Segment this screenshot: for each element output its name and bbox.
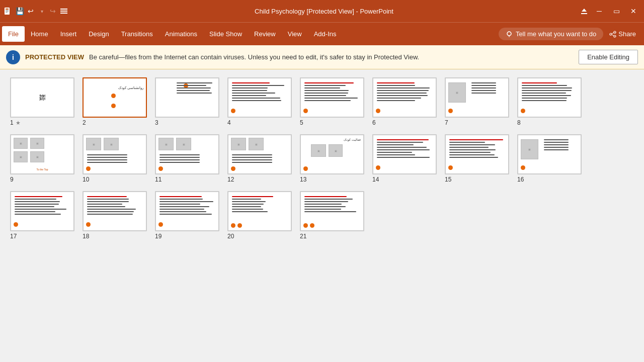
menu-home[interactable]: Home: [25, 26, 54, 42]
share-icon: [609, 31, 616, 38]
slide-item[interactable]: 18: [83, 191, 147, 240]
slide-item[interactable]: 15: [445, 134, 509, 183]
slide-thumbnail[interactable]: [227, 77, 292, 118]
slide-item[interactable]: ▣▣11: [155, 134, 219, 183]
protected-message: Be careful—files from the Internet can c…: [89, 53, 574, 61]
slide-item[interactable]: 4: [227, 77, 292, 126]
slide-thumbnail[interactable]: ▣: [517, 134, 582, 174]
slide-footer: 2: [83, 119, 86, 126]
slide-thumbnail[interactable]: [372, 77, 437, 118]
slide-footer: 9: [10, 176, 14, 183]
maximize-button[interactable]: ▭: [610, 5, 623, 18]
slide-thumbnail[interactable]: ▣▣: [155, 134, 219, 174]
slide-footer: 21: [300, 233, 306, 240]
slide-number: 8: [517, 119, 521, 126]
slide-item[interactable]: 3: [155, 77, 219, 126]
minimize-button[interactable]: ─: [593, 5, 606, 18]
slide-thumbnail[interactable]: [372, 134, 437, 174]
slide-number: 18: [83, 233, 89, 240]
slide-footer: 19: [155, 233, 162, 240]
slide-number: 10: [83, 176, 89, 183]
slide-thumbnail[interactable]: [155, 77, 219, 118]
slide-footer: 1★: [10, 119, 21, 126]
slide-thumbnail[interactable]: [227, 191, 292, 231]
slide-thumbnail[interactable]: روانشناسی کودک: [83, 77, 147, 118]
slide-number: 15: [445, 176, 451, 183]
slide-footer: 7: [445, 119, 448, 126]
menu-slideshow[interactable]: Slide Show: [203, 26, 248, 42]
slide-thumbnail[interactable]: [300, 191, 364, 231]
slide-item[interactable]: فعالیت کودک▣▣13: [300, 134, 364, 183]
slide-item[interactable]: ▣▣12: [227, 134, 292, 183]
slide-item[interactable]: 5: [300, 77, 364, 126]
slide-item[interactable]: ▣7: [445, 77, 509, 126]
slide-thumbnail[interactable]: [445, 134, 509, 174]
window-title: Child Psychology [Protected View] - Powe…: [68, 8, 580, 15]
svg-line-18: [612, 35, 614, 36]
collapse-ribbon-icon[interactable]: [580, 7, 589, 16]
slide-item[interactable]: ▣16: [517, 134, 582, 183]
slide-item[interactable]: 19: [155, 191, 219, 240]
slide-number: 19: [155, 233, 162, 240]
slide-number: 1: [10, 119, 14, 126]
svg-point-11: [507, 32, 511, 36]
slide-item[interactable]: 17: [10, 191, 74, 240]
slide-thumbnail[interactable]: ▣▣: [227, 134, 292, 174]
slide-thumbnail[interactable]: ▣▣▣▣To the Top: [10, 134, 74, 174]
title-bar: 💾 ↩ ▾ ↪ Child Psychology [Protected View…: [0, 0, 644, 22]
slide-number: 9: [10, 176, 14, 183]
menu-transitions[interactable]: Transitions: [115, 26, 159, 42]
svg-rect-4: [6, 11, 9, 12]
lightbulb-icon: [506, 31, 513, 38]
svg-line-17: [612, 33, 614, 34]
redo-icon[interactable]: ↪: [48, 7, 57, 16]
slide-footer: 18: [83, 233, 89, 240]
slide-footer: 4: [227, 119, 231, 126]
slide-thumbnail[interactable]: [83, 191, 147, 231]
slide-thumbnail[interactable]: [10, 191, 74, 231]
enable-editing-button[interactable]: Enable Editing: [579, 50, 638, 64]
close-button[interactable]: ✕: [627, 5, 640, 18]
slide-item[interactable]: 6: [372, 77, 437, 126]
slide-thumbnail[interactable]: ﷽: [10, 77, 74, 118]
svg-rect-2: [6, 9, 9, 10]
menu-animations[interactable]: Animations: [159, 26, 203, 42]
slide-item[interactable]: 8: [517, 77, 582, 126]
svg-rect-9: [581, 13, 587, 14]
slide-item[interactable]: 21: [300, 191, 364, 240]
customize-icon[interactable]: [59, 7, 68, 16]
undo-icon[interactable]: ↩: [26, 7, 35, 16]
svg-rect-5: [6, 12, 8, 13]
menu-bar: File Home Insert Design Transitions Anim…: [0, 22, 644, 45]
share-button[interactable]: Share: [603, 27, 642, 41]
slide-item[interactable]: ▣▣10: [83, 134, 147, 183]
share-label: Share: [618, 30, 636, 38]
slide-item[interactable]: 14: [372, 134, 437, 183]
slide-item[interactable]: روانشناسی کودک2: [83, 77, 147, 126]
slide-footer: 6: [372, 119, 376, 126]
svg-rect-13: [509, 36, 510, 37]
slide-footer: 14: [372, 176, 379, 183]
slide-thumbnail[interactable]: ▣: [445, 77, 509, 118]
slide-thumbnail[interactable]: فعالیت کودک▣▣: [300, 134, 364, 174]
save-icon[interactable]: 💾: [15, 7, 24, 16]
slide-number: 3: [155, 119, 158, 126]
tell-me-input[interactable]: Tell me what you want to do: [499, 28, 603, 40]
slide-footer: 10: [83, 176, 89, 183]
menu-design[interactable]: Design: [83, 26, 115, 42]
menu-insert[interactable]: Insert: [54, 26, 83, 42]
slide-item[interactable]: ﷽1★: [10, 77, 74, 126]
slide-thumbnail[interactable]: [300, 77, 364, 118]
menu-review[interactable]: Review: [248, 26, 282, 42]
svg-point-16: [614, 35, 616, 37]
slide-item[interactable]: 20: [227, 191, 292, 240]
slide-item[interactable]: ▣▣▣▣To the Top9: [10, 134, 74, 183]
slide-footer: 20: [227, 233, 234, 240]
slide-thumbnail[interactable]: ▣▣: [83, 134, 147, 174]
slide-thumbnail[interactable]: [155, 191, 219, 231]
slide-thumbnail[interactable]: [517, 77, 582, 118]
menu-file[interactable]: File: [2, 26, 25, 42]
slide-footer: 11: [155, 176, 162, 183]
menu-view[interactable]: View: [282, 26, 308, 42]
menu-addins[interactable]: Add-Ins: [308, 26, 343, 42]
